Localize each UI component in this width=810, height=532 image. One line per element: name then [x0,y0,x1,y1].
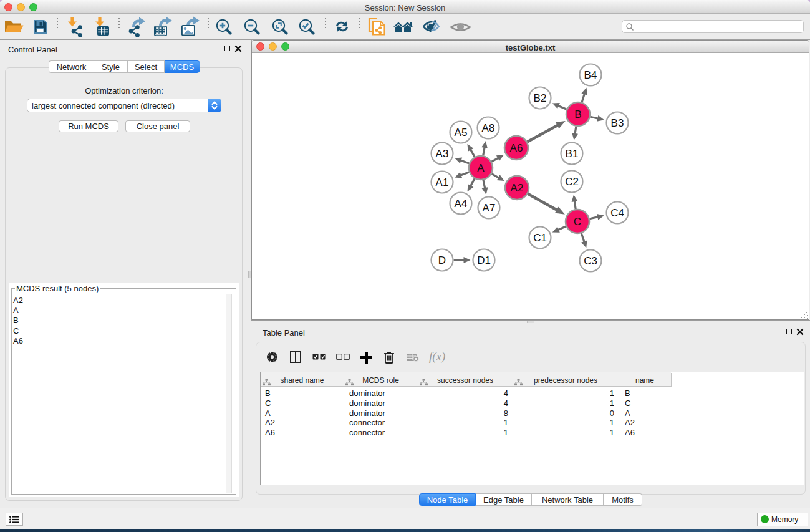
svg-text:C3: C3 [584,255,597,267]
svg-text:A1: A1 [436,177,449,188]
svg-text:A: A [477,162,485,174]
svg-text:B3: B3 [611,117,624,129]
svg-text:C2: C2 [565,176,579,188]
svg-text:D1: D1 [477,254,491,266]
svg-text:A2: A2 [511,182,524,194]
svg-text:C: C [574,216,581,228]
svg-text:A7: A7 [483,202,496,214]
svg-text:A4: A4 [455,198,468,210]
svg-text:C4: C4 [610,207,624,219]
svg-text:B2: B2 [534,92,547,104]
svg-text:B4: B4 [584,69,597,81]
svg-text:B: B [574,109,581,120]
svg-text:A3: A3 [436,148,449,160]
svg-text:C1: C1 [533,232,547,244]
svg-text:A8: A8 [482,122,495,134]
svg-text:A5: A5 [455,127,468,138]
svg-text:D: D [438,254,446,266]
svg-text:B1: B1 [566,148,579,160]
svg-text:A6: A6 [510,142,523,154]
